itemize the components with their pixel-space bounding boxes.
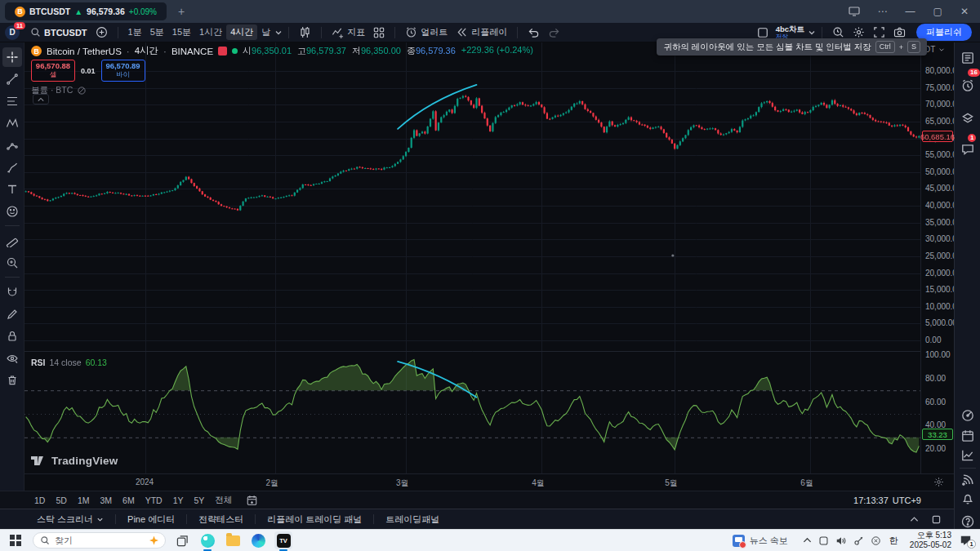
window-menu-icon[interactable]: ⋯ (878, 6, 888, 17)
range-3m[interactable]: 3M (100, 495, 112, 505)
interval-5m[interactable]: 5분 (146, 24, 168, 40)
price-axis[interactable]: DT 60,685.16 33.23 80,000.0075,000.0070,… (920, 42, 954, 473)
maximize-panel-icon[interactable] (932, 515, 941, 524)
replay-button[interactable]: 리플레이 (452, 24, 511, 41)
notifications-bell-icon[interactable] (960, 491, 975, 506)
sell-button[interactable]: 96,570.88 셀 (31, 60, 75, 82)
magnet-mode-icon[interactable] (2, 282, 22, 302)
chat-icon[interactable] (960, 142, 975, 157)
legend-exchange[interactable]: BINANCE (172, 47, 213, 56)
tab-pine-editor[interactable]: Pine 에디터 (127, 513, 175, 526)
legend-collapse-button[interactable] (33, 94, 49, 104)
visibility-off-eye-icon[interactable] (77, 86, 87, 96)
measure-ruler-icon[interactable] (2, 231, 22, 251)
zoom-in-tool-icon[interactable] (2, 253, 22, 273)
lock-drawings-icon[interactable] (2, 327, 22, 346)
tab-trading-panel[interactable]: 트레이딩패널 (385, 513, 439, 526)
emoji-tool-icon[interactable] (2, 202, 22, 221)
interval-1h[interactable]: 1시간 (195, 24, 226, 40)
chart-tab[interactable]: B BTCUSDT ▲ 96,579.36 +0.09% (5, 2, 167, 20)
news-widget-button[interactable]: 뉴스 속보 (733, 535, 788, 547)
range-all[interactable]: 전체 (215, 495, 232, 506)
scanner-target-icon[interactable] (960, 408, 975, 423)
hide-drawings-eye-icon[interactable] (2, 349, 22, 368)
range-ytd[interactable]: YTD (145, 495, 163, 505)
range-5y[interactable]: 5Y (194, 495, 205, 505)
windows-start-button[interactable] (10, 535, 21, 546)
time-axis[interactable]: 20242월3월4월5월6월 (24, 473, 954, 491)
candle-style-icon[interactable] (295, 24, 315, 41)
brush-tool-icon[interactable] (2, 158, 22, 177)
tradingview-app-button[interactable]: TV (274, 531, 292, 549)
tab-stock-screener[interactable]: 스탁 스크리너 (37, 513, 104, 526)
close-label: 종 (407, 46, 416, 56)
help-icon[interactable] (960, 514, 975, 529)
object-layers-icon[interactable] (960, 111, 975, 126)
range-1y[interactable]: 1Y (173, 495, 184, 505)
undo-icon[interactable] (523, 24, 544, 41)
whale-browser-button[interactable] (198, 531, 216, 549)
price-chart-canvas[interactable] (24, 42, 920, 473)
tray-app-icon[interactable] (818, 535, 829, 546)
crosshair-tool-icon[interactable] (2, 47, 22, 67)
system-clock[interactable]: 오후 5:13 2025-05-02 (910, 531, 951, 550)
file-explorer-button[interactable] (224, 531, 242, 549)
interval-4h-selected[interactable]: 4시간 (226, 24, 257, 40)
ime-korean-indicator[interactable]: 한 (889, 535, 898, 547)
clock-area[interactable]: 17:13:37 UTC+9 (853, 495, 954, 505)
object-tree-chart-icon[interactable] (960, 448, 975, 463)
legend-symbol[interactable]: Bitcoin / TetherUS (47, 47, 122, 56)
indicator-templates-icon[interactable] (369, 24, 389, 41)
minimize-button[interactable]: — (906, 6, 915, 17)
range-1d[interactable]: 1D (34, 495, 45, 505)
interval-1m[interactable]: 1분 (124, 24, 146, 40)
streams-signal-icon[interactable] (960, 473, 975, 487)
forecast-tool-icon[interactable] (2, 136, 22, 155)
tray-tool-icon[interactable] (853, 535, 864, 546)
legend-interval[interactable]: 4시간 (135, 45, 158, 57)
drawing-mode-pencil-icon[interactable] (2, 304, 22, 324)
tray-close-circle-icon[interactable] (871, 535, 881, 546)
tab-strategy-tester[interactable]: 전략테스터 (198, 513, 243, 526)
calendar-icon[interactable] (960, 429, 975, 443)
chart-pane[interactable]: B Bitcoin / TetherUS · 4시간 · BINANCE 시96… (24, 42, 920, 473)
time-axis-label: 6월 (800, 478, 813, 489)
new-tab-button[interactable]: + (178, 5, 185, 18)
volume-speaker-icon[interactable] (835, 535, 847, 546)
close-button[interactable]: ✕ (960, 6, 969, 17)
range-1m[interactable]: 1M (78, 495, 90, 505)
rsi-legend[interactable]: RSI 14 close 60.13 (31, 358, 107, 367)
interval-1d[interactable]: 날 (257, 24, 274, 40)
range-5d[interactable]: 5D (56, 495, 66, 505)
user-avatar[interactable]: D 11 (5, 25, 20, 40)
interval-15m[interactable]: 15분 (168, 24, 195, 40)
trend-line-tool-icon[interactable] (2, 69, 22, 89)
interval-chevron-down-icon[interactable] (274, 29, 283, 37)
layout-chevron-down-icon[interactable] (808, 29, 816, 37)
monitor-icon[interactable] (849, 7, 860, 16)
fib-retracement-tool-icon[interactable] (2, 91, 22, 111)
compare-add-icon[interactable] (91, 24, 112, 41)
tab-replay-trading-panel[interactable]: 리플레이 트레이딩 패널 (267, 513, 362, 526)
alerts-clock-icon[interactable] (960, 78, 975, 93)
expand-panel-chevron-icon[interactable] (910, 516, 919, 522)
edge-browser-button[interactable] (249, 531, 267, 549)
axis-symbol-header[interactable]: DT (924, 45, 945, 54)
pattern-tool-icon[interactable] (2, 113, 22, 133)
delete-drawings-trash-icon[interactable] (2, 371, 22, 390)
axis-settings-gear-icon[interactable] (933, 477, 944, 487)
go-to-date-icon[interactable] (246, 495, 258, 506)
buy-button[interactable]: 96,570.89 바이 (101, 60, 145, 82)
notification-center-button[interactable]: 1 (960, 535, 972, 546)
alert-button[interactable]: 얼러트 (401, 24, 452, 41)
maximize-button[interactable]: ▢ (933, 6, 942, 17)
task-view-button[interactable] (173, 531, 191, 549)
text-tool-icon[interactable] (2, 180, 22, 199)
redo-icon[interactable] (544, 24, 564, 41)
range-6m[interactable]: 6M (122, 495, 135, 505)
hidden-icons-chevron[interactable] (803, 537, 812, 544)
taskbar-search-box[interactable]: 찾기 (33, 532, 166, 549)
watchlist-icon[interactable] (960, 51, 975, 65)
symbol-search-button[interactable]: BTCUSDT (26, 24, 91, 41)
indicators-button[interactable]: 지표 (327, 24, 369, 41)
